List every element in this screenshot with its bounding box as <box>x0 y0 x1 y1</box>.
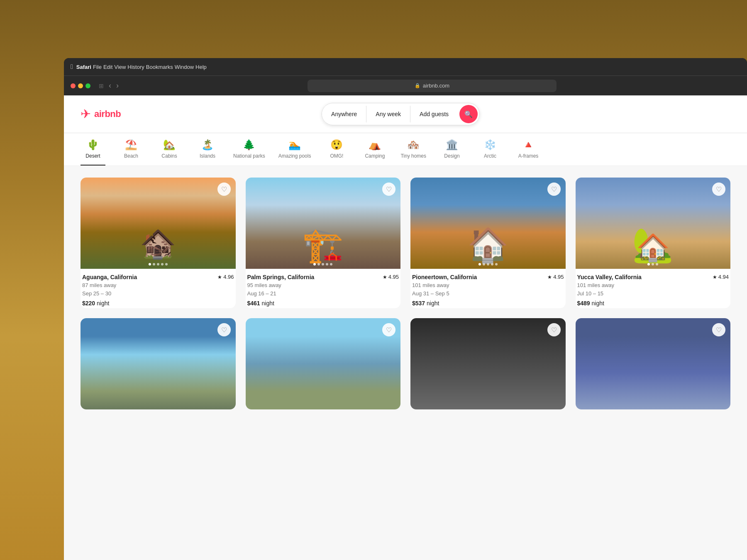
category-tiny-homes-label: Tiny homes <box>400 153 426 159</box>
rating-value-2: 4.95 <box>388 274 399 280</box>
category-islands[interactable]: 🏝️ Islands <box>195 140 220 166</box>
listing-rating-1: ★ 4.96 <box>217 274 234 280</box>
menubar-file[interactable]: File <box>93 64 102 70</box>
back-button[interactable]: ‹ <box>109 81 111 90</box>
category-omg[interactable]: 😲 OMG! <box>324 140 349 166</box>
omg-icon: 😲 <box>330 140 343 150</box>
listing-photo-7 <box>410 318 566 409</box>
favorite-button-8[interactable]: ♡ <box>712 323 725 336</box>
category-tiny-homes[interactable]: 🏘️ Tiny homes <box>400 140 426 166</box>
listing-dates-3: Aug 31 – Sep 5 <box>410 290 566 298</box>
address-bar[interactable]: 🔒 airbnb.com <box>308 80 557 92</box>
listing-card-7[interactable]: ♡ <box>410 318 566 409</box>
listing-price-2: $461 night <box>246 297 401 307</box>
maximize-button[interactable] <box>85 83 90 88</box>
listing-photo-4 <box>576 178 731 269</box>
listing-dates-2: Aug 16 – 21 <box>246 290 401 298</box>
category-design[interactable]: 🏛️ Design <box>439 140 464 166</box>
add-guests-button[interactable]: Add guests <box>410 106 458 122</box>
listing-image-3: ♡ <box>410 178 566 269</box>
category-beach-label: Beach <box>124 153 138 159</box>
price-unit-1: night <box>97 300 109 307</box>
listing-image-5: ♡ <box>81 318 236 409</box>
menubar-view[interactable]: View <box>114 64 126 70</box>
listing-card-6[interactable]: ♡ <box>246 318 401 409</box>
category-amazing-pools[interactable]: 🏊 Amazing pools <box>278 140 311 166</box>
menubar-history[interactable]: History <box>127 64 144 70</box>
star-icon-4: ★ <box>713 274 717 280</box>
listing-card-1[interactable]: ♡ Aguanga, California <box>81 178 236 308</box>
favorite-button-4[interactable]: ♡ <box>712 183 725 196</box>
category-arctic[interactable]: ❄️ Arctic <box>478 140 503 166</box>
dot-2-4 <box>326 263 328 265</box>
any-week-button[interactable]: Any week <box>366 106 410 122</box>
price-unit-2: night <box>262 300 274 307</box>
laptop-screen:  Safari File Edit View History Bookmark… <box>64 58 747 560</box>
listing-image-4: ♡ <box>576 178 731 269</box>
listing-dates-4: Jul 10 – 15 <box>576 290 731 298</box>
dot-2-5 <box>330 263 332 265</box>
islands-icon: 🏝️ <box>201 140 214 150</box>
minimize-button[interactable] <box>78 83 83 88</box>
search-submit-button[interactable]: 🔍 <box>459 105 478 123</box>
listing-photo-3 <box>410 178 566 269</box>
dot-1-2 <box>153 263 155 265</box>
listing-card-8[interactable]: ♡ <box>576 318 731 409</box>
listing-price-3: $537 night <box>410 297 566 307</box>
listing-info-3: Pioneertown, California ★ 4.95 101 miles… <box>410 269 566 308</box>
category-design-label: Design <box>444 153 459 159</box>
search-bar[interactable]: Anywhere Any week Add guests 🔍 <box>322 103 480 125</box>
cabins-icon: 🏡 <box>163 140 176 150</box>
listing-card-2[interactable]: ♡ Palm Springs, California <box>246 178 401 308</box>
favorite-button-5[interactable]: ♡ <box>217 323 231 336</box>
menubar-window[interactable]: Window <box>175 64 194 70</box>
listing-info-4: Yucca Valley, California ★ 4.94 101 mile… <box>576 269 731 308</box>
close-button[interactable] <box>71 83 76 88</box>
price-amount-3: $537 <box>412 300 425 307</box>
forward-button[interactable]: › <box>116 81 119 90</box>
dot-3-1 <box>478 263 481 265</box>
category-a-frames[interactable]: 🔺 A-frames <box>516 140 541 166</box>
favorite-button-1[interactable]: ♡ <box>217 183 231 196</box>
favorite-button-6[interactable]: ♡ <box>382 323 395 336</box>
category-camping[interactable]: ⛺ Camping <box>362 140 387 166</box>
category-islands-label: Islands <box>200 153 215 159</box>
menubar-help[interactable]: Help <box>195 64 207 70</box>
listing-card-4[interactable]: ♡ Yucca Valley, California ★ 4.94 <box>576 178 731 308</box>
favorite-button-3[interactable]: ♡ <box>547 183 561 196</box>
macos-menubar:  Safari File Edit View History Bookmark… <box>64 58 747 75</box>
listing-card-3[interactable]: ♡ Pioneertown, California <box>410 178 566 308</box>
category-a-frames-label: A-frames <box>518 153 539 159</box>
safari-left-controls: ⊞ ‹ › <box>71 81 119 90</box>
category-cabins[interactable]: 🏡 Cabins <box>157 140 182 166</box>
listings-grid: ♡ Aguanga, California <box>81 178 730 409</box>
airbnb-logo[interactable]: ✈ airbnb <box>81 108 121 120</box>
safari-toolbar: ⊞ ‹ › 🔒 airbnb.com <box>64 75 747 95</box>
dot-3-2 <box>483 263 485 265</box>
listing-location-2: Palm Springs, California <box>247 274 315 280</box>
category-desert[interactable]: 🌵 Desert <box>81 140 105 166</box>
sidebar-toggle-icon[interactable]: ⊞ <box>99 83 104 89</box>
star-icon-2: ★ <box>383 274 387 280</box>
menubar-bookmarks[interactable]: Bookmarks <box>146 64 173 70</box>
listing-header-3: Pioneertown, California ★ 4.95 <box>410 274 566 280</box>
listing-card-5[interactable]: ♡ <box>81 318 236 409</box>
listing-photo-6 <box>246 318 401 409</box>
listing-location-3: Pioneertown, California <box>412 274 477 280</box>
listing-image-2: ♡ <box>246 178 401 269</box>
listing-price-1: $220 night <box>81 297 236 307</box>
favorite-button-2[interactable]: ♡ <box>382 183 395 196</box>
menubar-edit[interactable]: Edit <box>103 64 112 70</box>
camping-icon: ⛺ <box>369 140 381 150</box>
rating-value-1: 4.96 <box>223 274 234 280</box>
favorite-button-7[interactable]: ♡ <box>547 323 561 336</box>
menubar-safari[interactable]: Safari <box>76 64 91 70</box>
category-national-parks[interactable]: 🌲 National parks <box>233 140 265 166</box>
image-dots-2 <box>313 263 332 265</box>
listing-price-4: $489 night <box>576 297 731 307</box>
price-amount-4: $489 <box>577 300 590 307</box>
category-beach[interactable]: ⛱️ Beach <box>119 140 144 166</box>
listing-distance-1: 87 miles away <box>81 281 236 290</box>
star-icon-1: ★ <box>217 274 222 280</box>
anywhere-button[interactable]: Anywhere <box>322 106 366 122</box>
